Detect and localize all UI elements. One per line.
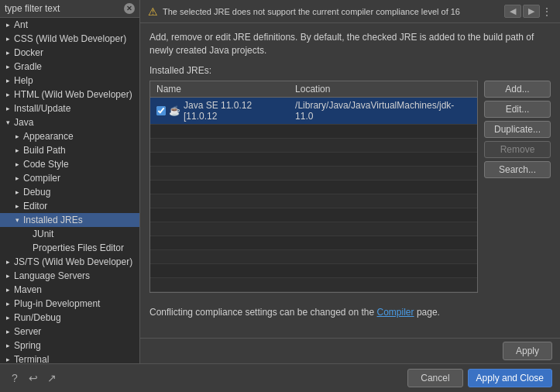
tree-arrow-install: ▸ bbox=[3, 105, 12, 112]
jre-action-buttons: Add... Edit... Duplicate... Remove Searc… bbox=[484, 81, 551, 293]
tree-arrow-plugin-dev: ▸ bbox=[3, 300, 12, 308]
tree-arrow-html: ▸ bbox=[3, 91, 12, 98]
apply-button[interactable]: Apply bbox=[503, 342, 552, 360]
remove-button[interactable]: Remove bbox=[484, 141, 551, 158]
sidebar-item-build-path[interactable]: ▸Build Path bbox=[0, 143, 139, 157]
sidebar-item-html[interactable]: ▸HTML (Wild Web Developer) bbox=[0, 88, 139, 101]
sidebar-item-java[interactable]: ▾Java bbox=[0, 115, 139, 129]
sidebar-item-ant[interactable]: ▸Ant bbox=[0, 18, 139, 32]
sidebar-item-terminal[interactable]: ▸Terminal bbox=[0, 352, 139, 363]
jre-icon: ☕ bbox=[169, 105, 180, 116]
sidebar-label-properties-file-editor: Properties Files Editor bbox=[31, 242, 125, 254]
tree-arrow-language-servers: ▸ bbox=[3, 272, 12, 280]
tree-arrow-spring: ▸ bbox=[3, 342, 12, 349]
sidebar-item-plugin-dev[interactable]: ▸Plug-in Development bbox=[0, 297, 139, 311]
tree-arrow-css: ▸ bbox=[3, 35, 12, 43]
empty-row-7 bbox=[150, 208, 477, 222]
sidebar-item-maven[interactable]: ▸Maven bbox=[0, 283, 139, 297]
more-options-button[interactable]: ⋮ bbox=[541, 5, 552, 18]
sidebar-item-installed-jres[interactable]: ▾Installed JREs bbox=[0, 213, 139, 227]
sidebar-item-css[interactable]: ▸CSS (Wild Web Developer) bbox=[0, 32, 139, 46]
installed-jres-label: Installed JREs: bbox=[149, 65, 551, 76]
jre-checkbox[interactable] bbox=[156, 106, 166, 115]
nav-forward-button[interactable]: ▶ bbox=[523, 5, 540, 18]
jre-table-container: Name Location ☕ bbox=[149, 81, 478, 293]
tree-arrow-docker: ▸ bbox=[3, 49, 12, 57]
content-panel: ⚠ The selected JRE does not support the … bbox=[140, 0, 560, 363]
tree-arrow-server: ▸ bbox=[3, 328, 12, 335]
jre-table-area: Name Location ☕ bbox=[149, 81, 478, 293]
tree-arrow-ant: ▸ bbox=[3, 21, 12, 29]
empty-row-2 bbox=[150, 138, 477, 152]
sidebar-item-code-style[interactable]: ▸Code Style bbox=[0, 157, 139, 171]
tree-arrow-appearance: ▸ bbox=[12, 132, 22, 140]
header-warning-text: The selected JRE does not support the cu… bbox=[163, 7, 500, 16]
sidebar-tree: ▸Ant▸CSS (Wild Web Developer)▸Docker▸Gra… bbox=[0, 18, 139, 363]
sidebar-label-java: Java bbox=[12, 116, 35, 129]
sidebar-item-properties-file-editor[interactable]: Properties Files Editor bbox=[0, 241, 139, 255]
empty-row-8 bbox=[150, 222, 477, 236]
nav-buttons: ◀ ▶ ⋮ bbox=[504, 5, 552, 18]
filter-clear-button[interactable]: ✕ bbox=[124, 3, 135, 14]
duplicate-button[interactable]: Duplicate... bbox=[484, 121, 551, 138]
sidebar-item-spring[interactable]: ▸Spring bbox=[0, 339, 139, 352]
empty-row-12 bbox=[150, 277, 477, 291]
tree-arrow-compiler: ▸ bbox=[12, 174, 22, 182]
table-row[interactable]: ☕ Java SE 11.0.12 [11.0.12 /Library/Java… bbox=[150, 97, 477, 124]
sidebar-item-run-debug[interactable]: ▸Run/Debug bbox=[0, 311, 139, 325]
tree-arrow-help: ▸ bbox=[3, 77, 12, 84]
search-button[interactable]: Search... bbox=[484, 161, 551, 178]
compliance-prefix: Conflicting compliance settings can be c… bbox=[149, 307, 377, 318]
tree-arrow-java: ▾ bbox=[3, 119, 12, 126]
empty-row-6 bbox=[150, 194, 477, 208]
sidebar-item-docker[interactable]: ▸Docker bbox=[0, 46, 139, 60]
empty-row-4 bbox=[150, 166, 477, 180]
sidebar-label-run-debug: Run/Debug bbox=[12, 311, 63, 324]
tree-arrow-debug: ▸ bbox=[12, 188, 22, 196]
empty-row-3 bbox=[150, 152, 477, 166]
sidebar-item-jsts[interactable]: ▸JS/TS (Wild Web Developer) bbox=[0, 255, 139, 269]
sidebar-label-maven: Maven bbox=[12, 284, 43, 296]
cancel-button[interactable]: Cancel bbox=[407, 369, 462, 387]
sidebar-item-debug[interactable]: ▸Debug bbox=[0, 185, 139, 199]
tree-arrow-code-style: ▸ bbox=[12, 160, 22, 168]
empty-row-10 bbox=[150, 249, 477, 263]
apply-and-close-button[interactable]: Apply and Close bbox=[468, 369, 552, 387]
tree-arrow-editor: ▸ bbox=[12, 202, 22, 210]
sidebar-item-appearance[interactable]: ▸Appearance bbox=[0, 129, 139, 143]
sidebar-filter: ✕ bbox=[0, 0, 139, 18]
bottom-right-buttons: Cancel Apply and Close bbox=[407, 369, 552, 387]
bottom-bar: ? ↩ ↗ Cancel Apply and Close bbox=[0, 363, 560, 392]
compliance-suffix: page. bbox=[414, 307, 440, 318]
main-container: ✕ ▸Ant▸CSS (Wild Web Developer)▸Docker▸G… bbox=[0, 0, 560, 363]
restore-defaults-icon[interactable]: ↩ bbox=[26, 371, 40, 385]
sidebar-label-gradle: Gradle bbox=[12, 60, 43, 73]
description-text: Add, remove or edit JRE definitions. By … bbox=[149, 31, 551, 57]
sidebar-item-gradle[interactable]: ▸Gradle bbox=[0, 60, 139, 74]
add-button[interactable]: Add... bbox=[484, 81, 551, 98]
sidebar-label-code-style: Code Style bbox=[22, 158, 70, 170]
help-icon[interactable]: ? bbox=[8, 371, 22, 385]
export-icon[interactable]: ↗ bbox=[45, 371, 59, 385]
sidebar-label-ant: Ant bbox=[12, 19, 29, 31]
nav-back-button[interactable]: ◀ bbox=[504, 5, 521, 18]
filter-input[interactable] bbox=[5, 3, 121, 14]
sidebar-item-language-servers[interactable]: ▸Language Servers bbox=[0, 269, 139, 283]
empty-row-5 bbox=[150, 180, 477, 194]
sidebar-label-html: HTML (Wild Web Developer) bbox=[12, 88, 134, 101]
jre-table-wrapper: Name Location ☕ bbox=[149, 81, 551, 293]
compiler-link[interactable]: Compiler bbox=[377, 307, 414, 318]
sidebar-item-install[interactable]: ▸Install/Update bbox=[0, 101, 139, 115]
sidebar-label-language-servers: Language Servers bbox=[12, 270, 91, 282]
sidebar-item-junit[interactable]: JUnit bbox=[0, 227, 139, 241]
content-body: Add, remove or edit JRE definitions. By … bbox=[140, 23, 560, 338]
sidebar-item-compiler[interactable]: ▸Compiler bbox=[0, 171, 139, 185]
edit-button[interactable]: Edit... bbox=[484, 101, 551, 118]
sidebar-item-server[interactable]: ▸Server bbox=[0, 325, 139, 339]
sidebar-item-help[interactable]: ▸Help bbox=[0, 74, 139, 88]
sidebar-label-appearance: Appearance bbox=[22, 130, 75, 143]
sidebar-label-server: Server bbox=[12, 325, 43, 338]
sidebar: ✕ ▸Ant▸CSS (Wild Web Developer)▸Docker▸G… bbox=[0, 0, 140, 363]
sidebar-item-editor[interactable]: ▸Editor bbox=[0, 199, 139, 213]
col-name: Name bbox=[150, 81, 289, 98]
